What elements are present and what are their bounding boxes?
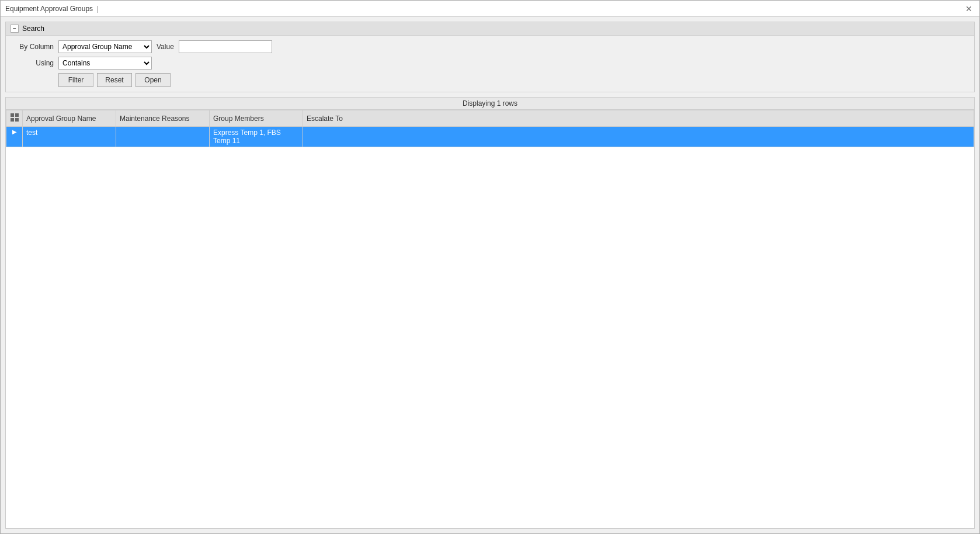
svg-rect-3 <box>15 118 19 122</box>
main-window: Equipment Approval Groups | ✕ − Search B… <box>0 0 980 534</box>
table-row[interactable]: ▶ test Express Temp 1, FBS Temp 11 <box>6 127 974 147</box>
col-header-group-members[interactable]: Group Members <box>210 110 303 127</box>
by-column-row: By Column Approval Group Name Maintenanc… <box>13 40 967 53</box>
cell-maintenance-reasons <box>116 127 210 147</box>
table-container[interactable]: Approval Group Name Maintenance Reasons … <box>6 110 974 528</box>
col-header-maintenance-reasons[interactable]: Maintenance Reasons <box>116 110 210 127</box>
svg-rect-2 <box>11 118 14 122</box>
results-info-bar: Displaying 1 rows <box>6 98 974 110</box>
cell-group-members: Express Temp 1, FBS Temp 11 <box>210 127 303 147</box>
close-button[interactable]: ✕ <box>963 4 975 13</box>
cell-approval-group-name: test <box>23 127 116 147</box>
by-column-label: By Column <box>13 43 54 51</box>
results-table: Approval Group Name Maintenance Reasons … <box>6 110 974 147</box>
search-section: − Search By Column Approval Group Name M… <box>5 22 975 92</box>
cell-escalate-to <box>303 127 974 147</box>
search-body: By Column Approval Group Name Maintenanc… <box>6 36 974 92</box>
using-label: Using <box>13 59 54 67</box>
reset-button[interactable]: Reset <box>97 73 132 87</box>
search-collapse-button[interactable]: − <box>11 25 19 33</box>
using-row: Using Contains Starts With Equals <box>13 57 967 70</box>
title-bar-left: Equipment Approval Groups | <box>5 5 98 13</box>
title-bar: Equipment Approval Groups | ✕ <box>1 1 979 17</box>
open-button[interactable]: Open <box>135 73 171 87</box>
col-header-escalate-to[interactable]: Escalate To <box>303 110 974 127</box>
search-header: − Search <box>6 22 974 36</box>
svg-rect-1 <box>15 113 19 117</box>
search-buttons: Filter Reset Open <box>58 73 967 87</box>
col-header-approval-group-name[interactable]: Approval Group Name <box>23 110 116 127</box>
value-input[interactable] <box>179 40 272 53</box>
title-divider: | <box>96 5 98 13</box>
using-select[interactable]: Contains Starts With Equals <box>58 57 152 70</box>
svg-rect-0 <box>11 113 14 117</box>
results-section: Displaying 1 rows <box>5 97 975 529</box>
window-title: Equipment Approval Groups <box>5 5 93 13</box>
row-arrow-cell: ▶ <box>6 127 23 147</box>
by-column-select[interactable]: Approval Group Name Maintenance Reasons … <box>58 40 152 53</box>
filter-button[interactable]: Filter <box>58 73 93 87</box>
table-header-row: Approval Group Name Maintenance Reasons … <box>6 110 974 127</box>
col-header-icon <box>6 110 23 127</box>
search-title: Search <box>22 25 44 33</box>
value-label: Value <box>157 43 174 51</box>
content-area: − Search By Column Approval Group Name M… <box>1 17 979 533</box>
grid-icon <box>10 113 19 122</box>
